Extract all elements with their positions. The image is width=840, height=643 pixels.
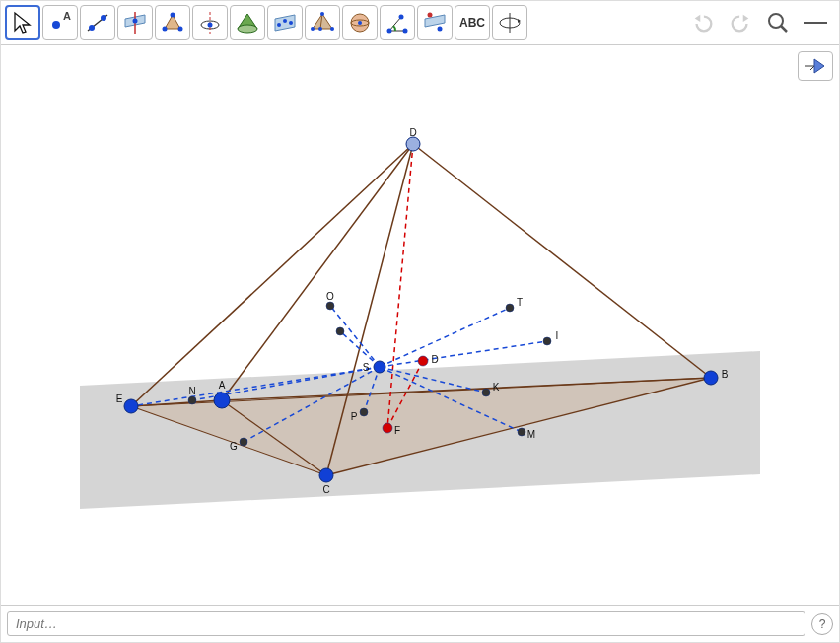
point-F[interactable] xyxy=(383,423,392,433)
help-button[interactable]: ? xyxy=(811,613,833,635)
svg-point-0 xyxy=(52,21,60,29)
point-G[interactable] xyxy=(240,438,247,446)
svg-point-24 xyxy=(358,21,362,25)
point-C[interactable] xyxy=(319,468,333,482)
input-bar: ? xyxy=(1,605,839,642)
label-O: O xyxy=(326,291,334,302)
svg-point-8 xyxy=(171,13,175,18)
svg-point-12 xyxy=(208,23,213,28)
point-E[interactable] xyxy=(124,399,138,413)
svg-point-6 xyxy=(133,19,138,24)
label-F: F xyxy=(394,425,400,436)
label-G: G xyxy=(230,441,238,452)
point-P[interactable] xyxy=(360,408,368,416)
svg-point-9 xyxy=(178,27,183,32)
redo-button[interactable] xyxy=(729,11,752,35)
edge-S-T[interactable] xyxy=(380,308,510,367)
label-I: I xyxy=(556,330,559,341)
toolbar-right-group xyxy=(691,11,835,35)
svg-point-18 xyxy=(311,27,315,31)
rotate-view-tool[interactable] xyxy=(492,5,527,40)
sphere-tool[interactable] xyxy=(342,5,378,40)
svg-point-32 xyxy=(769,14,783,28)
svg-point-29 xyxy=(438,27,443,32)
edge-D-E[interactable] xyxy=(131,144,413,406)
scene-svg[interactable] xyxy=(1,45,839,598)
label-M: M xyxy=(527,429,535,440)
point-A[interactable] xyxy=(214,393,230,408)
point-B[interactable] xyxy=(704,371,718,385)
text-tool[interactable]: ABC xyxy=(455,5,490,40)
axes-toggle-button[interactable] xyxy=(798,51,833,81)
svg-point-19 xyxy=(330,27,334,31)
label-A: A xyxy=(219,380,226,391)
undo-button[interactable] xyxy=(691,11,715,35)
perpendicular-line-tool[interactable] xyxy=(117,5,153,40)
geogebra-app: AABC DBEACSDFOTIKMPGN xyxy=(0,0,840,643)
svg-point-15 xyxy=(283,19,287,23)
edge-D-A[interactable] xyxy=(222,144,413,400)
main-toolbar: AABC xyxy=(1,1,839,45)
graphics-3d-view[interactable]: DBEACSDFOTIKMPGN xyxy=(1,45,839,605)
point-O[interactable] xyxy=(326,302,334,310)
svg-line-35 xyxy=(810,66,814,70)
label-P: P xyxy=(351,411,358,422)
point-S[interactable] xyxy=(374,361,385,373)
point-N[interactable] xyxy=(188,396,196,404)
svg-point-13 xyxy=(238,25,257,33)
tools-host: AABC xyxy=(5,5,527,40)
point-T[interactable] xyxy=(506,304,514,312)
point-M[interactable] xyxy=(518,428,525,436)
edge-D-B[interactable] xyxy=(413,144,711,378)
svg-point-4 xyxy=(101,15,106,21)
label-K: K xyxy=(493,382,500,393)
menu-button[interactable] xyxy=(804,11,827,35)
svg-point-7 xyxy=(163,27,168,32)
svg-point-28 xyxy=(428,13,433,18)
point-tool[interactable]: A xyxy=(42,5,78,40)
label-D: D xyxy=(409,127,416,138)
point-Q[interactable] xyxy=(336,327,344,335)
point-I[interactable] xyxy=(543,337,551,345)
polygon-tool[interactable] xyxy=(155,5,190,40)
svg-point-16 xyxy=(289,21,293,25)
intersect-surfaces-tool[interactable] xyxy=(230,5,265,40)
svg-point-27 xyxy=(399,15,404,20)
point-D[interactable] xyxy=(406,137,420,151)
svg-text:A: A xyxy=(63,10,71,22)
svg-point-3 xyxy=(89,25,95,31)
svg-point-20 xyxy=(320,12,324,16)
plane-3points-tool[interactable] xyxy=(267,5,303,40)
search-button[interactable] xyxy=(766,11,790,35)
angle-tool[interactable] xyxy=(380,5,415,40)
label-D2: D xyxy=(431,354,438,365)
reflect-plane-tool[interactable] xyxy=(417,5,453,40)
svg-point-14 xyxy=(277,23,281,27)
edge-S-I[interactable] xyxy=(380,341,547,367)
label-E: E xyxy=(116,393,123,404)
label-C: C xyxy=(322,484,329,495)
label-S: S xyxy=(363,362,370,373)
svg-point-21 xyxy=(318,27,322,31)
circle-axis-tool[interactable] xyxy=(192,5,228,40)
pyramid-tool[interactable] xyxy=(305,5,340,40)
label-T: T xyxy=(517,297,523,308)
svg-point-26 xyxy=(403,29,408,34)
edge-S-O[interactable] xyxy=(330,306,380,367)
algebra-input[interactable] xyxy=(7,611,805,636)
move-tool[interactable] xyxy=(5,5,40,40)
svg-point-25 xyxy=(387,29,392,34)
point-D2[interactable] xyxy=(418,356,428,366)
line-tool[interactable] xyxy=(80,5,115,40)
label-N: N xyxy=(188,386,195,396)
point-K[interactable] xyxy=(482,389,490,396)
label-B: B xyxy=(722,369,729,380)
svg-line-33 xyxy=(781,26,787,32)
